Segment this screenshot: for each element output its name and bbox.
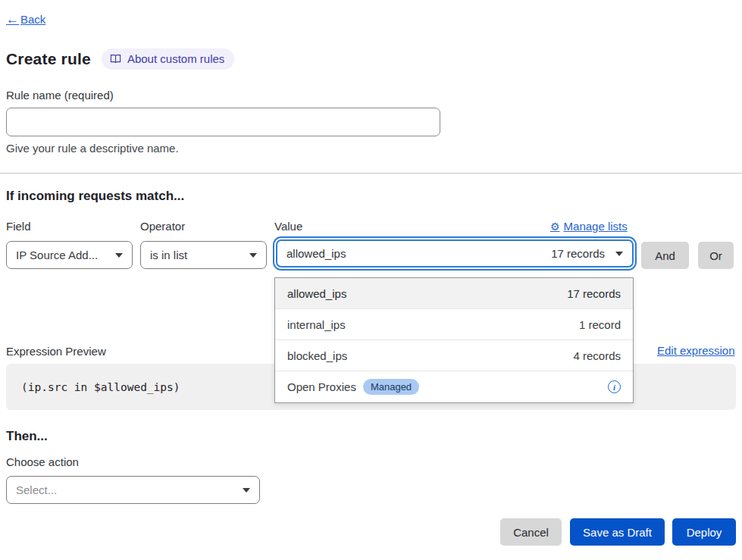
list-option-internal-ips[interactable]: internal_ips 1 record [275, 309, 633, 340]
about-badge-label: About custom rules [127, 52, 224, 65]
list-dropdown-panel: allowed_ips 17 records internal_ips 1 re… [274, 277, 634, 403]
manage-lists-label: Manage lists [564, 220, 628, 233]
field-label: Field [6, 220, 31, 233]
value-label: Value [274, 220, 302, 233]
title-row: Create rule About custom rules [6, 48, 234, 70]
chevron-down-icon [249, 253, 257, 258]
chevron-down-icon [243, 488, 250, 493]
list-option-record-count: 4 records [573, 349, 621, 362]
operator-select-value: is in list [150, 249, 187, 261]
chevron-down-icon [615, 252, 623, 256]
rule-name-helper: Give your rule a descriptive name. [6, 142, 179, 155]
cancel-button[interactable]: Cancel [500, 518, 562, 546]
or-button[interactable]: Or [698, 242, 734, 269]
about-custom-rules-link[interactable]: About custom rules [102, 48, 234, 70]
deploy-button[interactable]: Deploy [672, 518, 736, 546]
list-option-name: blocked_ips [287, 349, 347, 362]
expression-preview-label: Expression Preview [6, 345, 106, 358]
save-as-draft-button[interactable]: Save as Draft [570, 518, 665, 546]
page-title: Create rule [6, 50, 91, 68]
rule-name-input[interactable] [6, 108, 440, 136]
list-option-record-count: 17 records [567, 287, 621, 300]
list-option-allowed-ips[interactable]: allowed_ips 17 records [275, 278, 633, 309]
value-select-name: allowed_ips [286, 247, 346, 260]
list-option-open-proxies[interactable]: Open Proxies Managed i [275, 371, 633, 402]
match-section-heading: If incoming requests match... [6, 189, 184, 204]
back-link[interactable]: ←Back [6, 13, 45, 26]
list-option-name: allowed_ips [287, 287, 346, 300]
rule-name-label: Rule name (required) [6, 89, 114, 102]
back-link-label: Back [20, 13, 45, 26]
field-select[interactable]: IP Source Add... [6, 241, 133, 269]
back-arrow-icon: ← [6, 13, 19, 26]
operator-label: Operator [140, 220, 185, 233]
and-button[interactable]: And [641, 242, 689, 269]
operator-select[interactable]: is in list [140, 241, 267, 269]
then-section-heading: Then... [6, 429, 48, 444]
gear-icon: ⚙ [550, 221, 560, 232]
value-select[interactable]: allowed_ips 17 records [276, 239, 634, 267]
manage-lists-link[interactable]: ⚙ Manage lists [550, 220, 628, 233]
value-select-meta: 17 records [551, 247, 615, 260]
expression-code: (ip.src in $allowed_ips) [21, 381, 180, 393]
action-select[interactable]: Select... [6, 476, 260, 504]
book-icon [110, 53, 121, 64]
list-option-name: internal_ips [287, 318, 346, 331]
chevron-down-icon [115, 253, 123, 258]
list-option-name: Open Proxies [287, 380, 356, 393]
list-option-blocked-ips[interactable]: blocked_ips 4 records [275, 340, 633, 371]
list-option-record-count: 1 record [579, 318, 621, 331]
choose-action-label: Choose action [6, 455, 79, 468]
edit-expression-link[interactable]: Edit expression [657, 344, 735, 357]
info-icon[interactable]: i [608, 380, 621, 393]
section-divider [0, 173, 742, 174]
action-select-placeholder: Select... [16, 483, 57, 496]
managed-badge: Managed [363, 379, 419, 395]
field-select-value: IP Source Add... [16, 249, 98, 261]
